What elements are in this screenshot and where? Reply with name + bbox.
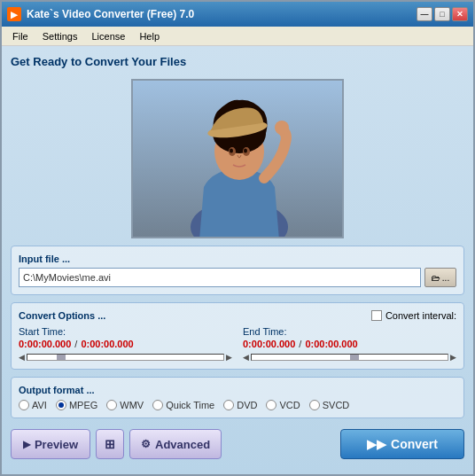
close-button[interactable]: ✕ (452, 7, 468, 21)
input-section: Input file ... 🗁 ... (11, 246, 464, 295)
end-slider-right-arrow[interactable]: ▶ (450, 353, 456, 362)
start-time-label: Start Time: (19, 326, 232, 337)
format-wmv-option[interactable]: WMV (106, 400, 144, 410)
input-label: Input file ... (19, 254, 456, 264)
convert-options-section: Convert Options ... Convert interval: St… (11, 302, 464, 370)
convert-interval-label: Convert interval: (385, 310, 456, 321)
maximize-button[interactable]: □ (434, 7, 450, 21)
menu-bar: File Settings License Help (2, 27, 473, 46)
start-time-value2: 0:00:00.000 (81, 339, 133, 349)
browse-dots: ... (442, 273, 449, 283)
folder-icon: 🗁 (432, 273, 440, 283)
start-time-value1: 0:00:00.000 (19, 339, 71, 349)
convert-icon: ▶▶ (367, 437, 386, 451)
menu-file[interactable]: File (5, 29, 35, 43)
start-time-section: Start Time: 0:00:00.000 / 0:00:00.000 ◀ … (19, 326, 232, 362)
start-slider-right-arrow[interactable]: ▶ (226, 353, 232, 362)
end-slider-left-arrow[interactable]: ◀ (243, 353, 249, 362)
end-time-slider[interactable] (251, 354, 448, 361)
format-dvd-radio[interactable] (223, 400, 234, 410)
format-avi-radio[interactable] (19, 400, 29, 410)
convert-button-label: Convert (391, 437, 438, 451)
format-svcd-label: SVCD (323, 400, 350, 410)
bottom-bar: ▶ Preview ⊞ ⚙ Advanced ▶▶ Convert (11, 425, 464, 459)
format-mpeg-radio[interactable] (56, 400, 66, 410)
output-format-section: Output format ... AVI MPEG WMV Quick Tim… (11, 377, 464, 418)
app-icon: ▶ (7, 7, 21, 21)
advanced-button-label: Advanced (155, 438, 210, 451)
format-avi-option[interactable]: AVI (19, 400, 47, 410)
format-dvd-label: DVD (237, 400, 257, 410)
convert-interval-checkbox[interactable] (371, 310, 382, 321)
output-format-label: Output format ... (19, 385, 456, 395)
start-slider-left-arrow[interactable]: ◀ (19, 353, 25, 362)
title-bar: ▶ Kate`s Video Converter (Free) 7.0 — □ … (2, 2, 473, 27)
format-avi-label: AVI (32, 400, 47, 410)
svg-point-8 (244, 149, 247, 153)
preview-button[interactable]: ▶ Preview (11, 429, 90, 459)
start-time-slider[interactable] (27, 354, 224, 361)
advanced-icon: ⚙ (141, 438, 151, 450)
video-preview (131, 79, 344, 238)
page-title: Get Ready to Convert Your Files (11, 55, 464, 68)
format-wmv-radio[interactable] (106, 400, 117, 410)
minimize-button[interactable]: — (417, 7, 432, 21)
format-mpeg-label: MPEG (69, 400, 97, 410)
preview-button-label: Preview (35, 438, 78, 451)
format-quicktime-radio[interactable] (152, 400, 163, 410)
svg-point-9 (275, 121, 289, 135)
format-quicktime-label: Quick Time (166, 400, 214, 410)
convert-options-label: Convert Options ... (19, 310, 105, 321)
format-quicktime-option[interactable]: Quick Time (152, 400, 214, 410)
svg-point-7 (230, 149, 233, 153)
format-vcd-option[interactable]: VCD (266, 400, 300, 410)
menu-help[interactable]: Help (132, 29, 167, 43)
format-dvd-option[interactable]: DVD (223, 400, 257, 410)
end-time-value2: 0:00:00.000 (305, 339, 357, 349)
format-vcd-label: VCD (279, 400, 300, 410)
main-content: Get Ready to Convert Your Files (2, 46, 473, 474)
browse-button[interactable]: 🗁 ... (424, 268, 456, 287)
format-svcd-option[interactable]: SVCD (309, 400, 350, 410)
format-mpeg-option[interactable]: MPEG (56, 400, 97, 410)
main-window: ▶ Kate`s Video Converter (Free) 7.0 — □ … (0, 0, 475, 476)
window-controls: — □ ✕ (417, 7, 468, 21)
file-path-input[interactable] (19, 268, 421, 287)
advanced-button[interactable]: ⚙ Advanced (129, 429, 222, 459)
menu-settings[interactable]: Settings (35, 29, 85, 43)
convert-button[interactable]: ▶▶ Convert (340, 429, 464, 459)
format-svcd-radio[interactable] (309, 400, 320, 410)
preview-container (11, 79, 464, 238)
format-wmv-label: WMV (120, 400, 144, 410)
preview-play-icon: ▶ (23, 439, 30, 450)
frames-icon: ⊞ (105, 437, 115, 451)
end-time-label: End Time: (243, 326, 456, 337)
end-time-value1: 0:00:00.000 (243, 339, 295, 349)
menu-license[interactable]: License (84, 29, 132, 43)
preview-image (133, 81, 342, 237)
end-time-section: End Time: 0:00:00.000 / 0:00:00.000 ◀ ▶ (243, 326, 456, 362)
format-vcd-radio[interactable] (266, 400, 276, 410)
window-title: Kate`s Video Converter (Free) 7.0 (27, 8, 417, 20)
frames-button[interactable]: ⊞ (96, 429, 124, 459)
